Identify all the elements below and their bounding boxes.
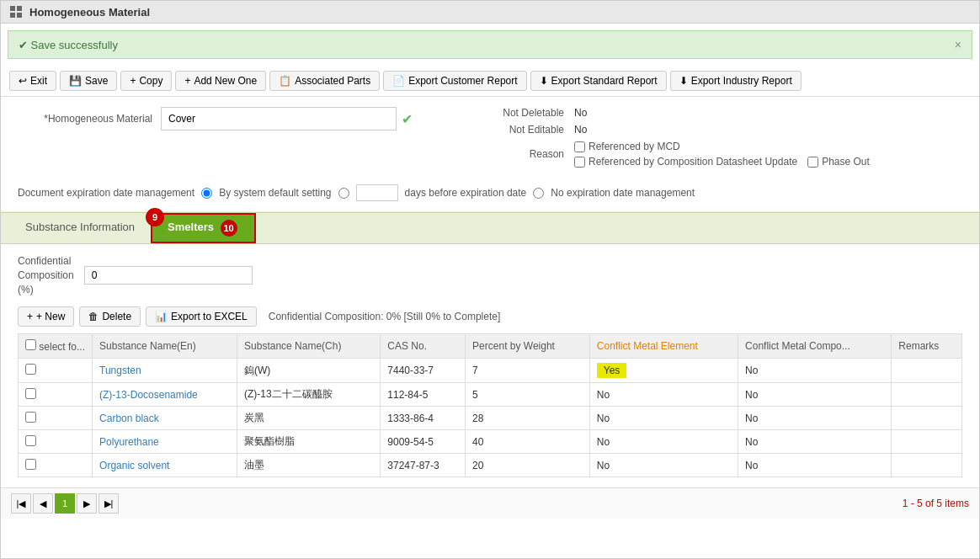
expiry-days-input[interactable] (356, 184, 398, 201)
material-input[interactable] (161, 107, 397, 130)
row4-ch: 聚氨酯樹脂 (237, 430, 381, 454)
conf-comp-row: ConfidentialComposition(%) (18, 254, 962, 296)
smelters-tab[interactable]: 9 Smelters 10 (151, 213, 256, 243)
not-deletable-row: Not Deletable No (480, 107, 870, 119)
export-standard-button[interactable]: ⬇ Export Standard Report (530, 71, 667, 91)
substance-tab[interactable]: Substance Information (9, 213, 151, 243)
row2-remarks (892, 383, 962, 407)
last-page-button[interactable]: ▶| (99, 493, 119, 514)
prev-page-button[interactable]: ◀ (33, 493, 53, 514)
row4-percent: 40 (466, 430, 590, 454)
row1-ch: 鎢(W) (237, 359, 381, 383)
export-customer-button[interactable]: 📄 Export Customer Report (383, 71, 526, 91)
row1-remarks (892, 359, 962, 383)
delete-button[interactable]: 🗑 Delete (79, 306, 141, 327)
reason-composition-text: Referenced by Composition Datasheet Upda… (589, 156, 797, 168)
title-bar: Homogeneous Material (1, 1, 979, 24)
row4-checkbox[interactable] (25, 435, 36, 446)
reason-mcd-checkbox[interactable] (574, 141, 585, 152)
banner-close-button[interactable]: × (955, 38, 961, 51)
first-page-button[interactable]: |◀ (11, 493, 31, 514)
export-excel-button[interactable]: 📊 Export to EXCEL (146, 306, 257, 327)
row5-percent: 20 (466, 454, 590, 477)
row1-percent: 7 (466, 359, 590, 383)
remarks-header: Remarks (892, 334, 962, 359)
row4-cas: 9009-54-5 (381, 430, 466, 454)
by-system-radio[interactable] (201, 188, 212, 199)
svg-rect-2 (10, 13, 15, 18)
row3-conflict-element: No (589, 407, 738, 430)
row1-conflict-compo: No (738, 359, 892, 383)
row5-checkbox[interactable] (25, 459, 36, 470)
substance-en-header: Substance Name(En) (93, 334, 237, 359)
add-new-button[interactable]: + Add New One (175, 71, 266, 91)
conflict-compo-header: Conflict Metal Compo... (738, 334, 892, 359)
tab-badge-10: 10 (221, 220, 237, 237)
excel-icon: 📊 (155, 311, 168, 322)
row2-ch: (Z)-13二十二碳醯胺 (237, 383, 381, 407)
reason-label: Reason (480, 148, 564, 160)
row2-percent: 5 (466, 383, 590, 407)
page-1-button[interactable]: 1 (55, 493, 75, 514)
row3-ch: 炭黑 (237, 407, 381, 430)
new-button[interactable]: + + New (18, 306, 74, 327)
table-row: Carbon black 炭黑 1333-86-4 28 No No (19, 407, 962, 430)
table-row: Organic solvent 油墨 37247-87-3 20 No No (19, 454, 962, 477)
not-deletable-label: Not Deletable (480, 107, 564, 119)
substance-table: select fo... Substance Name(En) Substanc… (18, 333, 962, 477)
tab-badge-9: 9 (146, 208, 164, 226)
row2-checkbox[interactable] (25, 388, 36, 399)
row5-en-link[interactable]: Organic solvent (99, 460, 169, 471)
export-industry-button[interactable]: ⬇ Export Industry Report (670, 71, 802, 91)
new-icon: + (27, 311, 33, 322)
table-body: Tungsten 鎢(W) 7440-33-7 7 Yes No (Z)-13-… (19, 359, 962, 477)
reason-mcd-label[interactable]: Referenced by MCD (574, 141, 870, 152)
main-window: Homogeneous Material ✔ Save successfully… (0, 0, 980, 559)
reason-phaseout-checkbox[interactable] (807, 157, 818, 168)
row3-select (19, 407, 93, 430)
svg-rect-3 (17, 13, 22, 18)
row4-conflict-compo: No (738, 430, 892, 454)
select-all-checkbox[interactable] (25, 339, 36, 350)
row4-en-link[interactable]: Polyurethane (99, 436, 159, 448)
copy-button[interactable]: + Copy (120, 71, 172, 91)
save-button[interactable]: 💾 Save (60, 71, 117, 91)
row5-conflict-element: No (589, 454, 738, 477)
no-expiry-radio[interactable] (533, 188, 544, 199)
by-days-label: days before expiration date (405, 187, 527, 199)
expiry-row: Document expiration date management By s… (1, 178, 979, 212)
success-banner: ✔ Save successfully × (8, 30, 972, 59)
by-days-radio[interactable] (338, 188, 349, 199)
associated-parts-button[interactable]: 📋 Associated Parts (269, 71, 380, 91)
reason-composition-label[interactable]: Referenced by Composition Datasheet Upda… (574, 156, 870, 168)
row5-conflict-compo: No (738, 454, 892, 477)
expiry-label: Document expiration date management (18, 187, 194, 199)
row3-remarks (892, 407, 962, 430)
reason-composition-checkbox[interactable] (574, 157, 585, 168)
substance-tab-label: Substance Information (25, 221, 135, 233)
exit-button[interactable]: ↩ Exit (9, 71, 56, 91)
row1-en: Tungsten (93, 359, 237, 383)
reason-phaseout-text: Phase Out (822, 156, 870, 168)
export-ind-icon: ⬇ (679, 75, 688, 87)
row3-en-link[interactable]: Carbon black (99, 413, 159, 424)
svg-rect-0 (10, 6, 15, 11)
row1-en-link[interactable]: Tungsten (99, 365, 141, 376)
conf-comp-label: ConfidentialComposition(%) (18, 254, 74, 296)
next-page-button[interactable]: ▶ (77, 493, 97, 514)
row5-cas: 37247-87-3 (381, 454, 466, 477)
tabs-section: Substance Information 9 Smelters 10 (1, 212, 979, 244)
not-editable-label: Not Editable (480, 124, 564, 136)
row3-checkbox[interactable] (25, 412, 36, 423)
conflict-yes-badge: Yes (597, 363, 627, 378)
substance-ch-header: Substance Name(Ch) (237, 334, 381, 359)
row1-checkbox[interactable] (25, 364, 36, 375)
export-std-icon: ⬇ (540, 75, 548, 87)
row3-cas: 1333-86-4 (381, 407, 466, 430)
tabs-header: Substance Information 9 Smelters 10 (1, 213, 979, 243)
row4-en: Polyurethane (93, 430, 237, 454)
row4-select (19, 430, 93, 454)
conf-comp-input[interactable] (84, 266, 253, 285)
not-deletable-value: No (574, 107, 587, 119)
row2-en-link[interactable]: (Z)-13-Docosenamide (99, 389, 198, 401)
